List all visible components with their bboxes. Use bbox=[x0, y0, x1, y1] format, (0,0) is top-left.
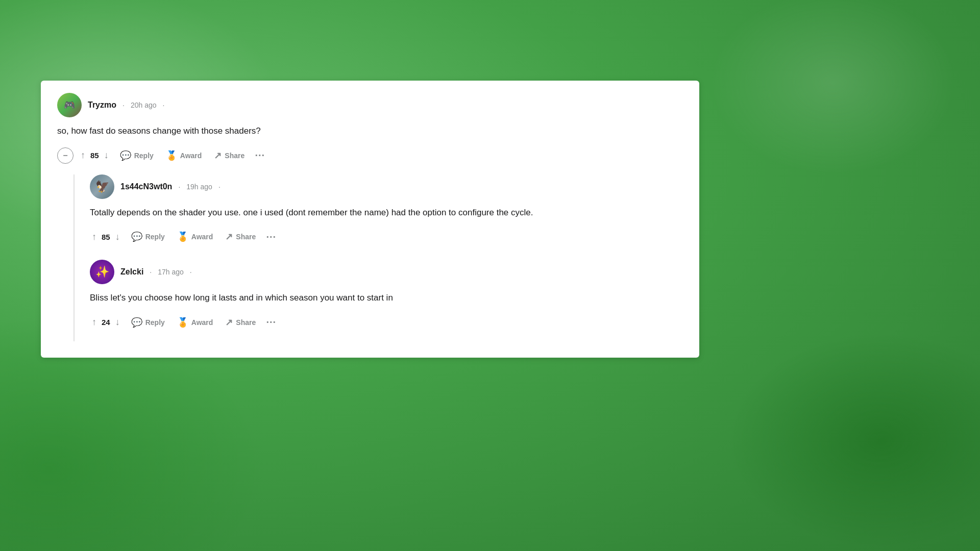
comment-zelcki: ✨ Zelcki · 17h ago · Bliss let's you cho… bbox=[90, 260, 683, 341]
dot-1s44-1: · bbox=[178, 183, 180, 191]
upvote-icon-zelcki[interactable]: ↑ bbox=[90, 315, 99, 330]
comment-text-1s44: Totally depends on the shader you use. o… bbox=[90, 206, 683, 219]
more-icon-1s44: ··· bbox=[266, 231, 276, 243]
award-button-tryzmo[interactable]: 🏅 Award bbox=[161, 147, 207, 164]
upvote-icon-tryzmo[interactable]: ↑ bbox=[79, 148, 87, 163]
more-button-1s44[interactable]: ··· bbox=[263, 229, 279, 245]
share-button-1s44[interactable]: ↗ Share bbox=[220, 228, 261, 245]
username-tryzmo: Tryzmo bbox=[88, 101, 116, 110]
more-button-tryzmo[interactable]: ··· bbox=[252, 147, 268, 164]
award-button-zelcki[interactable]: 🏅 Award bbox=[172, 314, 218, 331]
avatar-zelcki: ✨ bbox=[90, 260, 114, 284]
username-zelcki: Zelcki bbox=[120, 267, 143, 277]
avatar-tryzmo: 🎮 bbox=[57, 93, 82, 117]
award-icon-tryzmo: 🏅 bbox=[166, 150, 177, 161]
reply-label-tryzmo: Reply bbox=[134, 152, 154, 160]
award-label-tryzmo: Award bbox=[180, 152, 202, 160]
vote-section-zelcki: ↑ 24 ↓ bbox=[90, 315, 122, 330]
timestamp-tryzmo: 20h ago bbox=[131, 101, 157, 109]
timestamp-zelcki: 17h ago bbox=[158, 268, 184, 276]
vote-section-1s44: ↑ 85 ↓ bbox=[90, 230, 122, 244]
share-label-tryzmo: Share bbox=[225, 152, 244, 160]
separator-1 bbox=[90, 256, 683, 260]
reply-icon-zelcki: 💬 bbox=[131, 317, 142, 328]
award-label-zelcki: Award bbox=[191, 318, 213, 327]
action-bar-1s44: ↑ 85 ↓ 💬 Reply 🏅 Award ↗ Share bbox=[90, 228, 683, 245]
share-icon-tryzmo: ↗ bbox=[214, 150, 222, 161]
dot-zelcki-2: · bbox=[190, 268, 192, 276]
reply-button-zelcki[interactable]: 💬 Reply bbox=[126, 314, 170, 331]
action-bar-tryzmo: − ↑ 85 ↓ 💬 Reply 🏅 Award ↗ Share ··· bbox=[57, 147, 683, 164]
reply-button-tryzmo[interactable]: 💬 Reply bbox=[115, 147, 159, 164]
more-icon-zelcki: ··· bbox=[266, 316, 276, 328]
dot-1s44-2: · bbox=[218, 183, 220, 191]
comment-text-zelcki: Bliss let's you choose how long it lasts… bbox=[90, 291, 683, 305]
avatar-1s44: 🦅 bbox=[90, 174, 114, 199]
award-label-1s44: Award bbox=[191, 233, 213, 241]
award-button-1s44[interactable]: 🏅 Award bbox=[172, 228, 218, 245]
award-icon-1s44: 🏅 bbox=[177, 231, 188, 242]
collapse-button-tryzmo[interactable]: − bbox=[57, 147, 74, 164]
timestamp-1s44: 19h ago bbox=[186, 183, 212, 191]
downvote-icon-tryzmo[interactable]: ↓ bbox=[102, 148, 111, 163]
comment-tryzmo: 🎮 Tryzmo · 20h ago · so, how fast do sea… bbox=[57, 93, 683, 341]
more-button-zelcki[interactable]: ··· bbox=[263, 314, 279, 331]
vote-count-zelcki: 24 bbox=[102, 318, 110, 327]
share-button-tryzmo[interactable]: ↗ Share bbox=[209, 147, 250, 164]
downvote-icon-1s44[interactable]: ↓ bbox=[113, 230, 122, 244]
comment-text-tryzmo: so, how fast do seasons change with thos… bbox=[57, 124, 683, 138]
share-label-zelcki: Share bbox=[236, 318, 256, 327]
share-button-zelcki[interactable]: ↗ Share bbox=[220, 314, 261, 331]
reply-label-zelcki: Reply bbox=[145, 318, 165, 327]
vote-section-tryzmo: ↑ 85 ↓ bbox=[79, 148, 111, 163]
comment-header-1s44: 🦅 1s44cN3wt0n · 19h ago · bbox=[90, 174, 683, 199]
comment-header-tryzmo: 🎮 Tryzmo · 20h ago · bbox=[57, 93, 683, 117]
award-icon-zelcki: 🏅 bbox=[177, 317, 188, 328]
nested-replies: 🦅 1s44cN3wt0n · 19h ago · Totally depend… bbox=[90, 174, 683, 341]
username-1s44: 1s44cN3wt0n bbox=[120, 182, 172, 191]
share-label-1s44: Share bbox=[236, 233, 256, 241]
downvote-icon-zelcki[interactable]: ↓ bbox=[113, 315, 122, 330]
reply-icon-1s44: 💬 bbox=[131, 231, 142, 242]
content-panel: 🎮 Tryzmo · 20h ago · so, how fast do sea… bbox=[41, 81, 699, 358]
more-icon-tryzmo: ··· bbox=[255, 149, 265, 161]
upvote-icon-1s44[interactable]: ↑ bbox=[90, 230, 99, 244]
comment-header-zelcki: ✨ Zelcki · 17h ago · bbox=[90, 260, 683, 284]
comment-1s44: 🦅 1s44cN3wt0n · 19h ago · Totally depend… bbox=[90, 174, 683, 256]
action-bar-zelcki: ↑ 24 ↓ 💬 Reply 🏅 Award ↗ Share bbox=[90, 314, 683, 331]
reply-label-1s44: Reply bbox=[145, 233, 165, 241]
dot-zelcki-1: · bbox=[150, 268, 152, 276]
vote-count-tryzmo: 85 bbox=[90, 151, 99, 160]
reply-icon-tryzmo: 💬 bbox=[120, 150, 131, 161]
dot-tryzmo-2: · bbox=[163, 101, 165, 109]
dot-tryzmo-1: · bbox=[122, 101, 125, 109]
reply-button-1s44[interactable]: 💬 Reply bbox=[126, 228, 170, 245]
share-icon-zelcki: ↗ bbox=[225, 317, 233, 328]
vote-count-1s44: 85 bbox=[102, 233, 110, 241]
share-icon-1s44: ↗ bbox=[225, 231, 233, 242]
